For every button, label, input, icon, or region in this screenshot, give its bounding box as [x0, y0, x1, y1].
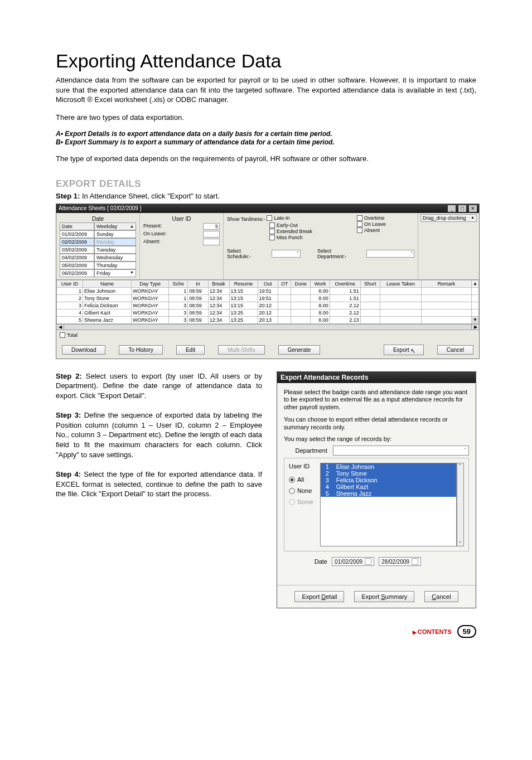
step-3: Step 3: Define the sequence of exported … — [56, 410, 262, 459]
onleave-checkbox[interactable]: On Leave — [357, 221, 386, 227]
extended-break-checkbox[interactable]: Extended Break — [269, 229, 312, 234]
scroll-left-icon[interactable]: ◀ — [56, 325, 64, 330]
edit-button[interactable]: Edit — [176, 345, 205, 355]
date-row[interactable]: 04/02/2009Wednesday — [60, 254, 136, 262]
userid-label: User ID — [289, 463, 313, 469]
date-panel: Date Date Weekday▲ 01/02/2009Sunday 02/0… — [56, 213, 140, 279]
table-row[interactable]: 3Felicia DicksonWORKDAY308:5912:3413:152… — [57, 302, 479, 309]
user-listbox[interactable]: 1Elise Johnson 2Tony Stone 3Felicia Dick… — [320, 463, 457, 546]
date-to-input[interactable]: 28/02/2009 — [379, 557, 421, 566]
close-icon[interactable]: ✕ — [469, 205, 477, 212]
userid-panel: User ID Present:5 On Leave: Absent: — [140, 213, 224, 279]
arrow-up-icon[interactable]: ▲ — [472, 280, 479, 287]
absent-count — [203, 239, 220, 245]
export-attendance-dialog: Export Attendance Records Please select … — [277, 371, 476, 609]
table-row[interactable]: 4Gilbert KaztWORKDAY308:5912:3413:2520:1… — [57, 309, 479, 316]
radio-all[interactable]: All — [289, 476, 313, 483]
date-from-input[interactable]: 01/02/2009 — [332, 557, 374, 566]
export-summary-button[interactable]: Export Summary — [354, 591, 414, 602]
arrow-up-icon[interactable]: ▲ — [471, 215, 475, 221]
tardiness-panel: Show Tardiness:- Late-In Early-Out Exten… — [224, 213, 418, 279]
grid-header-row: User IDNameDay Type ScheInBreak ResumeOu… — [57, 280, 479, 287]
to-history-button[interactable]: To History — [119, 345, 162, 355]
depends-paragraph: The type of exported data depends on the… — [56, 154, 476, 164]
userid-label: User ID — [143, 215, 220, 222]
two-types: There are two types of data exportation. — [56, 113, 476, 123]
cancel-button[interactable]: Cancel — [424, 591, 458, 602]
table-row[interactable]: 5Sheena JazzWORKDAY308:5912:3413:2520:13… — [57, 316, 479, 323]
maximize-icon[interactable]: □ — [458, 205, 466, 212]
step-2: Step 2: Select users to export (by user … — [56, 371, 262, 401]
intro-paragraph: Attendance data from the software can be… — [56, 75, 476, 105]
page-number: 59 — [457, 625, 476, 638]
date-row[interactable]: 06/02/2009Friday▼ — [60, 269, 136, 277]
minimize-icon[interactable]: _ — [448, 205, 456, 212]
window-buttons: _ □ ✕ — [447, 205, 477, 212]
titlebar: Attendance Sheets [ 02/02/2009 ] _ □ ✕ — [56, 204, 479, 213]
radio-some[interactable]: Some — [289, 498, 313, 505]
export-detail-button[interactable]: Export Detail — [294, 591, 344, 602]
overtime-checkbox[interactable]: Overtime — [357, 215, 386, 221]
attendance-sheets-window: Attendance Sheets [ 02/02/2009 ] _ □ ✕ D… — [56, 204, 480, 359]
attendance-grid: User IDNameDay Type ScheInBreak ResumeOu… — [56, 280, 479, 324]
date-row[interactable]: 02/02/2009Monday — [60, 238, 136, 246]
cancel-button[interactable]: Cancel — [437, 345, 473, 355]
scroll-right-icon[interactable]: ▶ — [471, 325, 479, 330]
date-row[interactable]: 05/02/2009Thursday — [60, 262, 136, 269]
early-out-checkbox[interactable]: Early-Out — [269, 222, 312, 228]
page-title: Exporting Attendance Data — [56, 50, 476, 72]
date-grid-header: Date Weekday▲ — [60, 222, 136, 230]
contents-link[interactable]: CONTENTS — [413, 628, 452, 635]
date-row[interactable]: 03/02/2009Tuesday — [60, 246, 136, 254]
export-button[interactable]: Export — [384, 345, 424, 355]
section-heading: EXPORT DETAILS — [56, 178, 476, 190]
dialog-para-1: Please select the badge cards and attend… — [284, 389, 469, 412]
arrow-down-icon[interactable]: ▼ — [472, 316, 479, 323]
schedule-dropdown[interactable] — [272, 250, 301, 258]
multi-shifts-button[interactable]: Multi-Shifts — [218, 345, 264, 355]
absent-checkbox[interactable]: Absent — [357, 227, 386, 233]
select-by-label: You may select the range of records by: — [284, 435, 469, 443]
date-label: Date — [284, 558, 327, 565]
arrow-down-icon[interactable]: ▼ — [130, 270, 134, 276]
department-label: Department — [284, 447, 327, 454]
window-title: Attendance Sheets [ 02/02/2009 ] — [59, 205, 141, 211]
arrow-up-icon[interactable]: ▲ — [130, 224, 134, 228]
drag-drop-panel: Drag_drop clocking▲ — [418, 213, 479, 279]
total-checkbox[interactable]: Total — [60, 332, 78, 338]
department-dropdown[interactable] — [366, 250, 414, 258]
table-row[interactable]: 2Tony StoneWORKDAY108:5912:3413:1519:518… — [57, 294, 479, 302]
bullet-a: A• Export Details is to export attendanc… — [56, 130, 476, 138]
miss-punch-checkbox[interactable]: Miss Punch — [269, 235, 312, 240]
onleave-count — [203, 231, 220, 238]
table-row[interactable]: 1Elise JohnsonWORKDAY108:5912:3413:1519:… — [57, 287, 479, 294]
late-in-checkbox[interactable]: Late-In — [267, 215, 289, 221]
date-row[interactable]: 01/02/2009Sunday — [60, 230, 136, 238]
step-4: Step 4: Select the type of file for expo… — [56, 469, 262, 499]
date-label: Date — [60, 215, 136, 222]
dialog-title: Export Attendance Records — [277, 372, 476, 383]
radio-none[interactable]: None — [289, 487, 313, 494]
calendar-icon[interactable] — [365, 558, 371, 565]
scroll-down-icon[interactable]: ˅ — [457, 541, 463, 546]
dialog-para-2: You can choose to export either detail a… — [284, 416, 469, 432]
present-count: 5 — [203, 223, 220, 230]
generate-button[interactable]: Generate — [278, 345, 321, 355]
department-dropdown[interactable] — [333, 446, 469, 456]
scroll-up-icon[interactable]: ˄ — [457, 463, 463, 468]
steps-column: Step 2: Select users to export (by user … — [56, 371, 262, 509]
bullet-b: B• Export Summary is to export a summary… — [56, 138, 476, 146]
calendar-icon[interactable] — [412, 558, 418, 565]
download-button[interactable]: Download — [62, 345, 105, 355]
step-1: Step 1: In Attendance Sheet, click "Expo… — [56, 192, 476, 200]
